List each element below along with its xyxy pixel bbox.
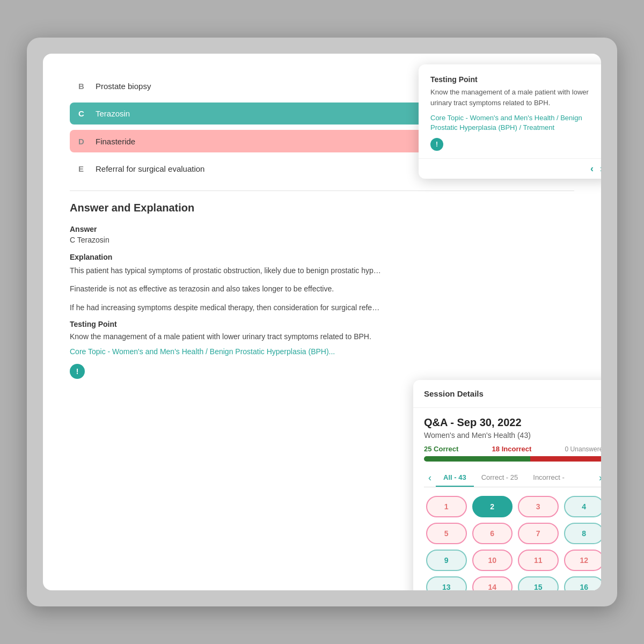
- section-title: Answer and Explanation: [70, 202, 574, 214]
- question-button[interactable]: 6: [472, 523, 513, 544]
- question-button[interactable]: 2: [472, 496, 513, 517]
- tab-prev-button[interactable]: ‹: [424, 472, 436, 484]
- session-header-title: Session Details: [424, 389, 484, 398]
- answer-label: Answer: [70, 225, 574, 233]
- answer-explanation-section: Answer and Explanation Answer C Terazosi…: [70, 202, 574, 379]
- question-grid: 12345678910111213141516: [424, 496, 601, 590]
- question-button[interactable]: 15: [518, 576, 559, 590]
- popup-testing-text: Know the management of a male patient wi…: [430, 87, 600, 108]
- chevron-icon: ⌃: [599, 389, 601, 399]
- progress-bar: [424, 456, 601, 462]
- question-button[interactable]: 4: [564, 496, 602, 517]
- tab-next-button[interactable]: ›: [595, 472, 601, 484]
- popup-core-topic-link[interactable]: Core Topic - Women's and Men's Health / …: [430, 113, 600, 133]
- question-button[interactable]: 13: [426, 576, 467, 590]
- session-body: Q&A - Sep 30, 2022 Women's and Men's Hea…: [413, 408, 601, 590]
- session-panel: Session Details ⌃ Q&A - Sep 30, 2022 Wom…: [413, 380, 601, 590]
- stat-correct: 25 Correct: [424, 445, 458, 453]
- question-button[interactable]: 14: [472, 576, 513, 590]
- popup-testing-title: Testing Point: [430, 75, 600, 84]
- outer-container: B Prostate biopsy (1%) C Terazosin (73%)…: [27, 38, 617, 606]
- question-button[interactable]: 16: [564, 576, 602, 590]
- explanation-p3: If he had increasing symptoms despite me…: [70, 302, 381, 313]
- question-button[interactable]: 10: [472, 550, 513, 571]
- explanation-p2: Finasteride is not as effective as teraz…: [70, 283, 381, 295]
- stat-unanswered: 0 Unanswered: [565, 445, 601, 453]
- popup-next-button[interactable]: ›: [600, 163, 601, 174]
- answer-letter: C: [78, 109, 88, 118]
- question-button[interactable]: 11: [518, 550, 559, 571]
- question-button[interactable]: 9: [426, 550, 467, 571]
- question-button[interactable]: 7: [518, 523, 559, 544]
- popup-prev-button[interactable]: ‹: [590, 163, 594, 174]
- explanation-p1: This patient has typical symptoms of pro…: [70, 265, 381, 276]
- tabs-container: All - 43Correct - 25Incorrect -: [436, 469, 595, 487]
- alert-icon: !: [70, 364, 85, 379]
- question-button[interactable]: 1: [426, 496, 467, 517]
- question-button[interactable]: 5: [426, 523, 467, 544]
- question-button[interactable]: 3: [518, 496, 559, 517]
- answer-letter: D: [78, 137, 88, 146]
- popup-nav-row: ‹ ›: [419, 159, 601, 179]
- section-divider: [70, 191, 574, 191]
- explanation-label: Explanation: [70, 253, 574, 261]
- progress-bar-correct: [424, 456, 530, 462]
- tab-item[interactable]: Incorrect -: [525, 469, 572, 487]
- answer-value: C Terazosin: [70, 236, 574, 244]
- question-button[interactable]: 8: [564, 523, 602, 544]
- progress-bar-incorrect: [530, 456, 601, 462]
- session-qa-subtitle: Women's and Men's Health (43): [424, 431, 601, 440]
- tab-item[interactable]: All - 43: [436, 469, 474, 487]
- main-card: B Prostate biopsy (1%) C Terazosin (73%)…: [43, 54, 601, 590]
- stat-incorrect: 18 Incorrect: [492, 445, 532, 453]
- testing-point-label: Testing Point: [70, 320, 574, 328]
- core-topic-link[interactable]: Core Topic - Women's and Men's Health / …: [70, 347, 335, 356]
- answer-letter: B: [78, 82, 88, 91]
- popup-card: Testing Point Know the management of a m…: [419, 64, 601, 179]
- tab-item[interactable]: Correct - 25: [474, 469, 526, 487]
- question-button[interactable]: 12: [564, 550, 602, 571]
- answer-letter: E: [78, 164, 88, 173]
- tabs-row: ‹ All - 43Correct - 25Incorrect - ›: [424, 469, 601, 487]
- popup-alert-icon: !: [430, 138, 443, 151]
- testing-point-text: Know the management of a male patient wi…: [70, 331, 381, 342]
- popup-testing-section: Testing Point Know the management of a m…: [419, 64, 601, 159]
- session-qa-title: Q&A - Sep 30, 2022: [424, 416, 601, 429]
- session-header[interactable]: Session Details ⌃: [413, 380, 601, 408]
- session-stats-row: 25 Correct 18 Incorrect 0 Unanswered: [424, 445, 601, 453]
